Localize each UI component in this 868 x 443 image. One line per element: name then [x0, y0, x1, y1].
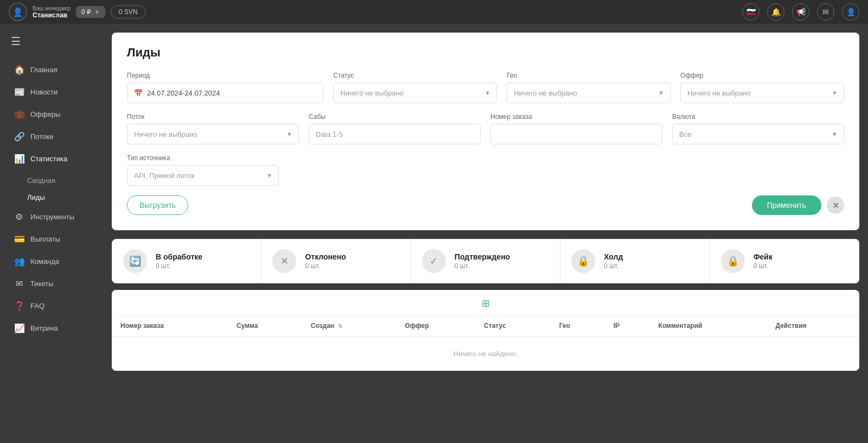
sidebar-label-payouts: Выплаты [30, 235, 60, 243]
geo-select[interactable]: Ничего не выбрано [507, 83, 671, 103]
mail-icon[interactable]: ✉ [817, 3, 834, 21]
sidebar-label-team: Команда [30, 257, 59, 265]
sidebar-item-showcase[interactable]: 📈 Витрина [3, 317, 100, 339]
col-geo: Гео [551, 315, 605, 337]
table-panel: ⊞ Номер заказа Сумма Создан ⇅ [112, 290, 859, 371]
svn-balance: 0 SVN [111, 5, 146, 18]
hold-icon: 🔒 [571, 249, 595, 273]
fake-title: Фейк [754, 252, 773, 261]
status-card-hold[interactable]: 🔒 Холд 0 шт. [560, 239, 710, 283]
period-filter-group: Период 📅 24.07.2024-24.07.2024 [127, 72, 323, 103]
sidebar-item-team[interactable]: 👥 Команда [3, 250, 100, 273]
payouts-icon: 💳 [14, 234, 24, 244]
sidebar-label-showcase: Витрина [30, 324, 58, 332]
order-input[interactable] [490, 124, 662, 144]
subs-label: Сабы [309, 113, 481, 121]
sidebar-item-flows[interactable]: 🔗 Потоки [3, 125, 100, 148]
processing-icon: 🔄 [123, 249, 147, 273]
hold-info: Холд 0 шт. [604, 252, 623, 270]
table-icon-row: ⊞ [112, 290, 859, 315]
sidebar-item-payouts[interactable]: 💳 Выплаты [3, 228, 100, 250]
col-offer: Оффер [396, 315, 475, 337]
sidebar-item-faq[interactable]: ❓ FAQ [3, 295, 100, 317]
profile-icon[interactable]: 👤 [842, 3, 859, 21]
col-created[interactable]: Создан ⇅ [302, 315, 397, 337]
flag-emoji: 🇷🇺 [746, 8, 756, 16]
source-type-select[interactable]: API, Прямой поток [127, 165, 279, 186]
source-type-filter-group: Тип источника API, Прямой поток ▼ [127, 154, 279, 186]
export-button[interactable]: Выгрузить [127, 195, 188, 215]
status-select[interactable]: Ничего не выбрано [333, 83, 497, 103]
source-type-select-wrapper: API, Прямой поток ▼ [127, 165, 279, 186]
tickets-icon: ✉ [14, 279, 24, 289]
stream-select[interactable]: Ничего не выбрано [127, 124, 299, 144]
col-status: Статус [475, 315, 551, 337]
hold-count: 0 шт. [604, 262, 623, 270]
period-label: Период [127, 72, 323, 79]
tools-icon: ⚙ [14, 212, 24, 222]
sidebar-item-tickets[interactable]: ✉ Тикеты [3, 273, 100, 295]
rejected-title: Отклонено [305, 252, 346, 261]
confirmed-count: 0 шт. [455, 262, 510, 270]
sidebar-label-offers: Офферы [30, 110, 60, 118]
sidebar-label-tools: Инструменты [30, 213, 74, 221]
rejected-count: 0 шт. [305, 262, 346, 270]
flag-icon[interactable]: 🇷🇺 [742, 3, 760, 21]
sort-icon-created: ⇅ [338, 323, 342, 329]
sidebar-item-tools[interactable]: ⚙ Инструменты [3, 206, 100, 228]
status-card-processing[interactable]: 🔄 В обработке 0 шт. [112, 239, 261, 283]
flows-icon: 🔗 [14, 131, 24, 142]
sidebar-item-stats[interactable]: 📊 Статистика [3, 148, 100, 170]
home-icon: 🏠 [14, 65, 24, 75]
period-value: 24.07.2024-24.07.2024 [147, 89, 220, 97]
showcase-icon: 📈 [14, 323, 24, 333]
status-label: Статус [333, 72, 497, 79]
period-input[interactable]: 📅 24.07.2024-24.07.2024 [127, 83, 323, 103]
geo-filter-group: Гео Ничего не выбрано ▼ [507, 72, 671, 103]
sidebar-label-flows: Потоки [30, 132, 53, 141]
sidebar-subitem-summary[interactable]: Сводная [0, 172, 103, 189]
status-card-fake[interactable]: 🔒 Фейк 0 шт. [710, 239, 859, 283]
balance-display[interactable]: 0 ₽ ▼ [76, 6, 105, 18]
geo-select-wrapper: Ничего не выбрано ▼ [507, 83, 671, 103]
fake-info: Фейк 0 шт. [754, 252, 773, 270]
team-icon: 👥 [14, 256, 24, 267]
stats-icon: 📊 [14, 154, 24, 164]
status-card-rejected[interactable]: ✕ Отклонено 0 шт. [261, 239, 411, 283]
stream-filter-group: Поток Ничего не выбрано ▼ [127, 113, 299, 144]
source-type-label: Тип источника [127, 154, 279, 162]
order-filter-group: Номер заказа [490, 113, 662, 144]
col-order-num: Номер заказа [112, 315, 228, 337]
sidebar-item-news[interactable]: 📰 Новости [3, 81, 100, 103]
actions-row: Выгрузить Применить ✕ [127, 195, 844, 215]
rejected-icon: ✕ [272, 249, 296, 273]
balance-chevron-icon: ▼ [94, 9, 100, 15]
sidebar-subitem-leads[interactable]: Лиды [0, 189, 103, 206]
status-card-confirmed[interactable]: ✓ Подтверждено 0 шт. [411, 239, 560, 283]
rejected-info: Отклонено 0 шт. [305, 252, 346, 270]
sidebar-item-offers[interactable]: 💼 Офферы [3, 103, 100, 125]
news-icon: 📰 [14, 87, 24, 97]
empty-message: Ничего не найдено. [112, 337, 859, 371]
close-button[interactable]: ✕ [827, 197, 844, 214]
layout: ☰ 🏠 Главная 📰 Новости 💼 Офферы 🔗 Потоки … [0, 24, 868, 443]
user-avatar-icon: 👤 [9, 3, 27, 21]
offer-select-wrapper: Ничего не выбрано ▼ [680, 83, 844, 103]
notification-icon[interactable]: 🔔 [767, 3, 784, 21]
apply-close-group: Применить ✕ [752, 195, 844, 215]
broadcast-icon[interactable]: 📢 [792, 3, 809, 21]
hamburger-menu[interactable]: ☰ [0, 29, 103, 59]
currency-filter-group: Валюта Все ▼ [672, 113, 844, 144]
status-filter-group: Статус Ничего не выбрано ▼ [333, 72, 497, 103]
sidebar-item-home[interactable]: 🏠 Главная [3, 59, 100, 81]
top-bar-right: 🇷🇺 🔔 📢 ✉ 👤 [742, 3, 859, 21]
subs-input[interactable] [309, 124, 481, 144]
processing-info: В обработке 0 шт. [156, 252, 202, 270]
currency-select[interactable]: Все [672, 124, 844, 144]
confirmed-info: Подтверждено 0 шт. [455, 252, 510, 270]
currency-select-wrapper: Все ▼ [672, 124, 844, 144]
faq-icon: ❓ [14, 301, 24, 311]
apply-button[interactable]: Применить [752, 195, 821, 215]
manager-info: Ваш менеджер Станислав [33, 5, 71, 19]
offer-select[interactable]: Ничего не выбрано [680, 83, 844, 103]
